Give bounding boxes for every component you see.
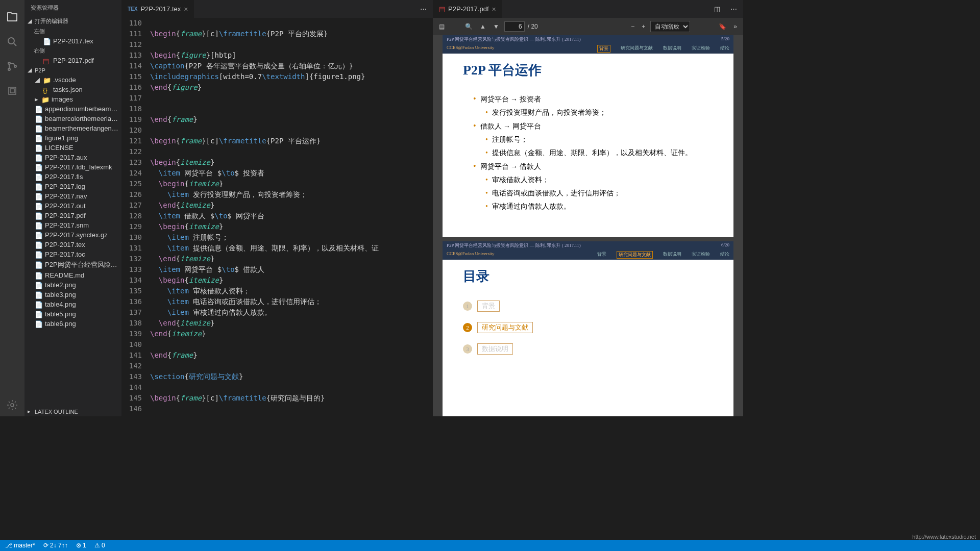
file-item[interactable]: 📄P2P-2017.fdb_latexmk bbox=[24, 162, 121, 172]
sidebar-title: 资源管理器 bbox=[24, 0, 121, 16]
file-icon: 📄 bbox=[35, 115, 42, 122]
editor-group: TEX P2P-2017.tex × ⋯ 1101111121131141151… bbox=[121, 0, 433, 416]
pdf-viewer[interactable]: P2P 网贷平台经营风险与投资者风险意识 — 陈利, 邓东升 ( 2017.11… bbox=[433, 35, 743, 416]
file-item[interactable]: 📄appendixnumberbeam… bbox=[24, 104, 121, 114]
editor-tabs: TEX P2P-2017.tex × ⋯ bbox=[121, 0, 433, 18]
pdf-icon: ▤ bbox=[43, 57, 50, 64]
close-icon[interactable]: × bbox=[492, 5, 496, 13]
open-editor-tex[interactable]: 📄P2P-2017.tex bbox=[24, 36, 121, 46]
tab-tex[interactable]: TEX P2P-2017.tex × bbox=[121, 0, 194, 18]
project-header[interactable]: ◢P2P bbox=[24, 65, 121, 75]
code-editor[interactable]: 1101111121131141151161171181191201211221… bbox=[121, 18, 433, 416]
file-icon: 📄 bbox=[35, 212, 42, 219]
file-icon: 📄 bbox=[35, 301, 42, 308]
svg-point-0 bbox=[8, 38, 14, 44]
file-item[interactable]: 📄P2P-2017.log bbox=[24, 182, 121, 191]
minimap[interactable] bbox=[408, 18, 433, 416]
folder-icon: 📁 bbox=[41, 96, 48, 103]
pdf-icon: ▤ bbox=[439, 5, 445, 13]
more-icon[interactable]: ⋯ bbox=[724, 5, 743, 13]
settings-icon[interactable] bbox=[6, 399, 18, 411]
svg-point-1 bbox=[8, 62, 10, 64]
pdf-page-5: P2P 网贷平台经营风险与投资者风险意识 — 陈利, 邓东升 ( 2017.11… bbox=[443, 35, 733, 237]
tex-icon: TEX bbox=[128, 6, 137, 12]
file-icon: 📄 bbox=[35, 154, 42, 161]
file-icon: 📄 bbox=[35, 272, 42, 279]
file-icon: 📄 bbox=[35, 106, 42, 113]
file-item[interactable]: 📄table4.png bbox=[24, 299, 121, 309]
file-tasks[interactable]: {}tasks.json bbox=[24, 85, 121, 94]
file-icon: 📄 bbox=[35, 164, 42, 171]
file-item[interactable]: 📄P2P-2017.snm bbox=[24, 220, 121, 230]
sidebar-toggle-icon[interactable]: ▤ bbox=[437, 21, 447, 32]
close-icon[interactable]: × bbox=[184, 5, 188, 13]
file-icon: 📄 bbox=[35, 144, 42, 152]
file-icon: 📄 bbox=[35, 320, 42, 328]
next-page-icon[interactable]: ▼ bbox=[491, 21, 501, 32]
folder-icon: 📁 bbox=[43, 77, 50, 84]
tab-pdf[interactable]: ▤ P2P-2017.pdf × bbox=[433, 0, 502, 18]
prev-page-icon[interactable]: ▲ bbox=[478, 21, 488, 32]
page-input[interactable] bbox=[504, 21, 525, 32]
file-item[interactable]: 📄table6.png bbox=[24, 319, 121, 329]
file-item[interactable]: 📄table5.png bbox=[24, 309, 121, 319]
file-item[interactable]: 📄beamerthemeerlangen… bbox=[24, 123, 121, 133]
group-left: 左侧 bbox=[24, 27, 121, 36]
explorer-icon[interactable] bbox=[6, 11, 18, 23]
file-item[interactable]: 📄P2P-2017.nav bbox=[24, 191, 121, 201]
file-item[interactable]: 📄P2P-2017.synctex.gz bbox=[24, 230, 121, 240]
file-item[interactable]: 📄P2P-2017.out bbox=[24, 201, 121, 211]
latex-outline-header[interactable]: ▸LATEX OUTLINE bbox=[24, 407, 121, 416]
file-icon: 📄 bbox=[35, 193, 42, 200]
zoom-select[interactable]: 自动缩放 bbox=[650, 21, 690, 32]
file-item[interactable]: 📄P2P网贷平台经营风险… bbox=[24, 259, 121, 270]
svg-point-6 bbox=[11, 404, 14, 407]
file-icon: 📄 bbox=[35, 135, 42, 142]
tab-more-icon[interactable]: ⋯ bbox=[414, 5, 433, 13]
sidebar: 资源管理器 ◢打开的编辑器 左侧 📄P2P-2017.tex 右侧 ▤P2P-2… bbox=[24, 0, 121, 416]
activity-bar bbox=[0, 0, 24, 416]
file-icon: 📄 bbox=[35, 261, 42, 268]
file-item[interactable]: 📄P2P-2017.fls bbox=[24, 172, 121, 182]
pdf-toolbar: ▤ 🔍 ▲ ▼ / 20 − + 自动缩放 🔖 » bbox=[433, 18, 743, 35]
file-item[interactable]: 📄LICENSE bbox=[24, 143, 121, 153]
expand-icon[interactable]: » bbox=[731, 21, 739, 32]
file-icon: 📄 bbox=[35, 232, 42, 239]
file-icon: 📄 bbox=[35, 282, 42, 289]
zoom-in-icon[interactable]: + bbox=[640, 21, 647, 32]
pdf-page-6: P2P 网贷平台经营风险与投资者风险意识 — 陈利, 邓东升 ( 2017.11… bbox=[443, 241, 733, 416]
debug-icon[interactable] bbox=[6, 85, 18, 97]
file-icon: 📄 bbox=[35, 241, 42, 248]
bookmark-icon[interactable]: 🔖 bbox=[717, 21, 728, 32]
file-icon: 📄 bbox=[35, 203, 42, 210]
file-item[interactable]: 📄P2P-2017.toc bbox=[24, 249, 121, 259]
file-icon: 📄 bbox=[35, 183, 42, 190]
folder-images[interactable]: ▸📁images bbox=[24, 94, 121, 104]
file-icon: 📄 bbox=[35, 251, 42, 258]
scm-icon[interactable] bbox=[6, 60, 18, 72]
zoom-out-icon[interactable]: − bbox=[629, 21, 636, 32]
file-item[interactable]: 📄P2P-2017.pdf bbox=[24, 211, 121, 220]
svg-point-3 bbox=[14, 65, 16, 67]
find-icon[interactable]: 🔍 bbox=[463, 21, 475, 32]
file-item[interactable]: 📄P2P-2017.tex bbox=[24, 240, 121, 249]
file-icon: 📄 bbox=[35, 311, 42, 318]
file-item[interactable]: 📄table3.png bbox=[24, 290, 121, 299]
svg-point-2 bbox=[8, 68, 10, 70]
file-icon: 📄 bbox=[35, 173, 42, 181]
search-icon[interactable] bbox=[6, 36, 18, 48]
pdf-pane: ▤ P2P-2017.pdf × ◫ ⋯ ▤ 🔍 ▲ ▼ / 20 − + 自动… bbox=[433, 0, 743, 416]
json-icon: {} bbox=[43, 86, 50, 93]
file-item[interactable]: 📄P2P-2017.aux bbox=[24, 153, 121, 162]
file-item[interactable]: 📄figure1.png bbox=[24, 133, 121, 143]
split-icon[interactable]: ◫ bbox=[710, 5, 724, 13]
file-item[interactable]: 📄beamercolorthemeerla… bbox=[24, 114, 121, 123]
folder-vscode[interactable]: ◢📁.vscode bbox=[24, 75, 121, 85]
svg-rect-4 bbox=[9, 87, 16, 94]
file-icon: 📄 bbox=[35, 222, 42, 229]
file-item[interactable]: 📄README.md bbox=[24, 270, 121, 280]
open-editors-header[interactable]: ◢打开的编辑器 bbox=[24, 16, 121, 27]
file-item[interactable]: 📄table2.png bbox=[24, 280, 121, 290]
open-editor-pdf[interactable]: ▤P2P-2017.pdf bbox=[24, 56, 121, 65]
svg-rect-5 bbox=[10, 89, 14, 93]
